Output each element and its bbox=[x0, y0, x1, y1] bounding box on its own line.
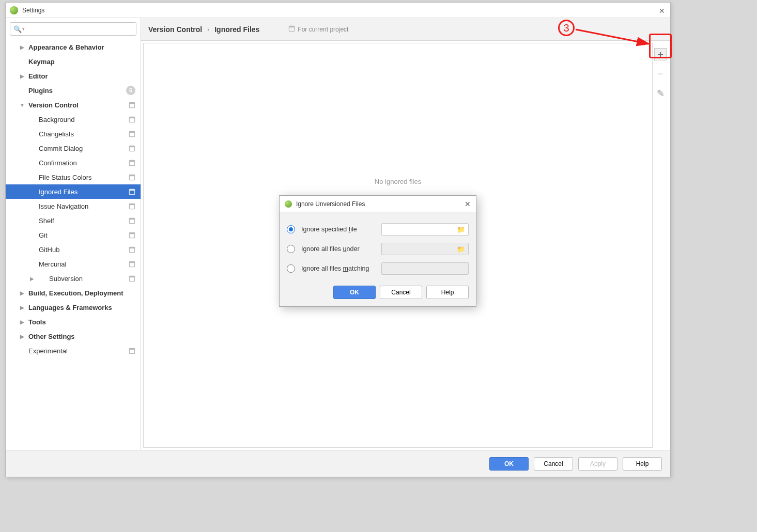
sidebar-item-plugins[interactable]: Plugins5 bbox=[6, 83, 141, 98]
radio-icon[interactable] bbox=[287, 264, 295, 273]
sidebar-item-languages-frameworks[interactable]: ▶Languages & Frameworks bbox=[6, 300, 141, 315]
folder-icon: 📁 bbox=[457, 245, 465, 253]
window-title: Settings bbox=[22, 7, 44, 14]
option-specified-file[interactable]: Ignore specified file 📁 bbox=[287, 220, 469, 239]
chevron-right-icon: ▶ bbox=[29, 276, 35, 281]
titlebar: Settings ✕ bbox=[6, 3, 670, 18]
svg-rect-11 bbox=[129, 175, 134, 176]
sidebar-item-mercurial[interactable]: Mercurial bbox=[6, 257, 141, 271]
file-path-input[interactable]: 📁 bbox=[381, 223, 469, 236]
ignore-unversioned-dialog: Ignore Unversioned Files ✕ Ignore specif… bbox=[279, 195, 476, 307]
chevron-right-icon: › bbox=[207, 26, 209, 33]
empty-state: No ignored files bbox=[375, 178, 421, 185]
sidebar-item-commit-dialog[interactable]: Commit Dialog bbox=[6, 141, 141, 155]
sidebar-item-issue-navigation[interactable]: Issue Navigation bbox=[6, 199, 141, 213]
pattern-input bbox=[381, 262, 469, 275]
svg-rect-7 bbox=[129, 146, 134, 147]
sidebar-item-github[interactable]: GitHub bbox=[6, 242, 141, 257]
chevron-right-icon: ▶ bbox=[20, 44, 25, 50]
pycharm-icon bbox=[285, 200, 292, 208]
project-scope-icon bbox=[128, 275, 135, 282]
project-scope-icon bbox=[128, 159, 135, 166]
chevron-down-icon: ▾ bbox=[22, 26, 25, 32]
cancel-button[interactable]: Cancel bbox=[534, 457, 573, 471]
svg-rect-9 bbox=[129, 160, 134, 162]
panel-toolbar: ＋ − ✎ bbox=[653, 43, 668, 448]
option-label: Ignore specified file bbox=[301, 226, 381, 233]
annotation-highlight-rect bbox=[649, 34, 672, 58]
modal-ok-button[interactable]: OK bbox=[333, 286, 376, 299]
sidebar-item-shelf[interactable]: Shelf bbox=[6, 213, 141, 228]
project-scope-icon bbox=[128, 116, 135, 123]
sidebar-item-file-status-colors[interactable]: File Status Colors bbox=[6, 170, 141, 184]
radio-icon[interactable] bbox=[287, 225, 295, 233]
chevron-right-icon: ▶ bbox=[20, 290, 25, 296]
option-files-matching[interactable]: Ignore all files matching bbox=[287, 259, 469, 278]
directory-path-input: 📁 bbox=[381, 243, 469, 255]
radio-icon[interactable] bbox=[287, 245, 295, 253]
chevron-right-icon: ▶ bbox=[20, 334, 25, 339]
svg-rect-21 bbox=[129, 247, 134, 248]
option-files-under[interactable]: Ignore all files under 📁 bbox=[287, 239, 469, 259]
sidebar-item-keymap[interactable]: Keymap bbox=[6, 54, 141, 69]
ok-button[interactable]: OK bbox=[489, 457, 529, 471]
remove-button[interactable]: − bbox=[654, 68, 667, 80]
svg-rect-25 bbox=[129, 276, 134, 277]
sidebar-item-changelists[interactable]: Changelists bbox=[6, 127, 141, 141]
modal-title: Ignore Unversioned Files bbox=[296, 200, 365, 208]
sidebar-item-confirmation[interactable]: Confirmation bbox=[6, 155, 141, 170]
dialog-footer: OK Cancel Apply Help bbox=[6, 450, 670, 477]
chevron-down-icon: ▼ bbox=[20, 102, 25, 108]
plugins-badge: 5 bbox=[126, 86, 135, 95]
modal-footer: OK Cancel Help bbox=[280, 281, 476, 306]
search-input[interactable]: 🔍 ▾ bbox=[10, 22, 136, 36]
sidebar-item-editor[interactable]: ▶Editor bbox=[6, 69, 141, 83]
option-label: Ignore all files under bbox=[301, 245, 381, 253]
sidebar-item-experimental[interactable]: Experimental bbox=[6, 343, 141, 358]
modal-help-button[interactable]: Help bbox=[426, 286, 469, 299]
crumb-b: Ignored Files bbox=[214, 25, 259, 34]
search-icon: 🔍 bbox=[13, 25, 22, 33]
sidebar: 🔍 ▾ ▶Appearance & Behavior Keymap ▶Edito… bbox=[6, 18, 141, 450]
folder-icon[interactable]: 📁 bbox=[457, 226, 465, 233]
apply-button[interactable]: Apply bbox=[578, 457, 617, 471]
close-icon[interactable]: ✕ bbox=[659, 7, 665, 15]
breadcrumb-bar: Version Control › Ignored Files For curr… bbox=[141, 18, 670, 41]
svg-rect-3 bbox=[129, 117, 134, 118]
sidebar-item-background[interactable]: Background bbox=[6, 112, 141, 127]
project-scope-icon bbox=[128, 188, 135, 195]
chevron-right-icon: ▶ bbox=[20, 73, 25, 79]
sidebar-item-tools[interactable]: ▶Tools bbox=[6, 315, 141, 329]
project-scope-icon bbox=[128, 260, 135, 268]
project-scope-icon bbox=[128, 347, 135, 354]
sidebar-item-ignored-files[interactable]: Ignored Files bbox=[6, 184, 141, 199]
svg-rect-29 bbox=[289, 26, 295, 27]
sidebar-item-other-settings[interactable]: ▶Other Settings bbox=[6, 329, 141, 343]
settings-tree: ▶Appearance & Behavior Keymap ▶Editor Pl… bbox=[6, 40, 141, 450]
pycharm-icon bbox=[10, 6, 18, 14]
sidebar-item-version-control[interactable]: ▼Version Control bbox=[6, 98, 141, 112]
project-scope-icon bbox=[128, 217, 135, 224]
sidebar-item-build-execution-deployment[interactable]: ▶Build, Execution, Deployment bbox=[6, 286, 141, 300]
chevron-right-icon: ▶ bbox=[20, 319, 25, 325]
modal-cancel-button[interactable]: Cancel bbox=[380, 286, 422, 299]
project-scope-icon bbox=[128, 246, 135, 253]
project-scope-icon bbox=[128, 130, 135, 137]
edit-button[interactable]: ✎ bbox=[654, 87, 667, 100]
svg-rect-19 bbox=[129, 232, 134, 234]
for-current-project: For current project bbox=[288, 25, 348, 34]
crumb-a: Version Control bbox=[148, 25, 202, 34]
sidebar-item-git[interactable]: Git bbox=[6, 228, 141, 242]
close-icon[interactable]: ✕ bbox=[465, 200, 471, 208]
sidebar-item-appearance-behavior[interactable]: ▶Appearance & Behavior bbox=[6, 40, 141, 54]
modal-titlebar: Ignore Unversioned Files ✕ bbox=[280, 196, 476, 212]
svg-rect-17 bbox=[129, 218, 134, 220]
help-button[interactable]: Help bbox=[623, 457, 662, 471]
svg-rect-13 bbox=[129, 189, 134, 191]
project-scope-icon bbox=[288, 25, 295, 34]
sidebar-item-subversion[interactable]: ▶Subversion bbox=[6, 271, 141, 286]
svg-rect-1 bbox=[129, 102, 134, 104]
svg-rect-15 bbox=[129, 204, 134, 205]
modal-body: Ignore specified file 📁 Ignore all files… bbox=[280, 212, 476, 281]
project-scope-icon bbox=[128, 174, 135, 181]
